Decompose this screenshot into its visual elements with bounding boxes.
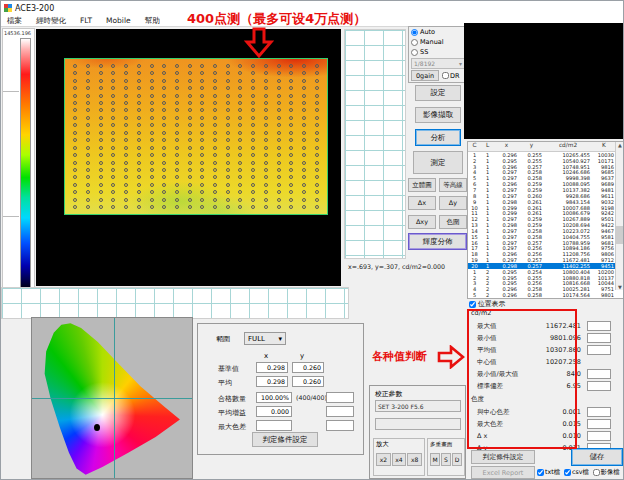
measurement-point[interactable] xyxy=(162,101,166,105)
measurement-point[interactable] xyxy=(162,108,166,112)
measurement-point[interactable] xyxy=(111,175,115,179)
measurement-point[interactable] xyxy=(150,94,154,98)
measurement-point[interactable] xyxy=(238,64,242,68)
measurement-point[interactable] xyxy=(111,131,115,135)
measurement-point[interactable] xyxy=(111,101,115,105)
measurement-point[interactable] xyxy=(188,94,192,98)
range-select[interactable]: FULL ▾ xyxy=(244,332,286,345)
measurement-point[interactable] xyxy=(289,79,293,83)
contour-button[interactable]: 等高線 xyxy=(439,178,467,192)
measurement-point[interactable] xyxy=(213,183,217,187)
measurement-point[interactable] xyxy=(213,131,217,135)
measurement-point[interactable] xyxy=(124,168,128,172)
measurement-point[interactable] xyxy=(124,205,128,209)
measurement-point[interactable] xyxy=(111,168,115,172)
measurement-point[interactable] xyxy=(200,153,204,157)
measurement-point[interactable] xyxy=(150,131,154,135)
measurement-point[interactable] xyxy=(251,138,255,142)
measurement-point[interactable] xyxy=(251,131,255,135)
measurement-point[interactable] xyxy=(150,123,154,127)
heatmap-viewport[interactable] xyxy=(36,29,341,286)
measurement-point[interactable] xyxy=(200,108,204,112)
measurement-point[interactable] xyxy=(137,94,141,98)
measurement-point[interactable] xyxy=(302,161,306,165)
measurement-point[interactable] xyxy=(111,183,115,187)
measurement-point[interactable] xyxy=(213,175,217,179)
position-display-checkbox[interactable] xyxy=(469,301,476,308)
measurement-point[interactable] xyxy=(251,175,255,179)
measurement-point[interactable] xyxy=(200,79,204,83)
measurement-point[interactable] xyxy=(251,146,255,150)
measurement-point[interactable] xyxy=(99,101,103,105)
measurement-point[interactable] xyxy=(264,205,268,209)
measurement-point[interactable] xyxy=(264,94,268,98)
measurement-point[interactable] xyxy=(302,198,306,202)
measurement-point[interactable] xyxy=(226,205,230,209)
capture-button[interactable]: 影像擷取 xyxy=(415,107,461,123)
measurement-point[interactable] xyxy=(289,86,293,90)
measurement-point[interactable] xyxy=(264,168,268,172)
measurement-point[interactable] xyxy=(150,198,154,202)
measurement-point[interactable] xyxy=(315,168,319,172)
measurement-point[interactable] xyxy=(162,86,166,90)
measurement-point[interactable] xyxy=(315,94,319,98)
measurement-point[interactable] xyxy=(86,79,90,83)
measurement-point[interactable] xyxy=(150,138,154,142)
position-display-row[interactable]: 位置表示 xyxy=(469,299,505,309)
dr-checkbox-row[interactable]: DR xyxy=(442,72,460,80)
measurement-point[interactable] xyxy=(111,146,115,150)
measurement-point[interactable] xyxy=(150,168,154,172)
measurement-point[interactable] xyxy=(73,79,77,83)
measurement-point[interactable] xyxy=(150,116,154,120)
measurement-point[interactable] xyxy=(86,153,90,157)
measurement-point[interactable] xyxy=(277,168,281,172)
col-header-k[interactable]: K xyxy=(592,142,616,151)
measurement-point[interactable] xyxy=(238,94,242,98)
measurement-point[interactable] xyxy=(277,71,281,75)
delta-y-button[interactable]: Δy xyxy=(439,196,467,210)
measurement-point[interactable] xyxy=(289,168,293,172)
measurement-point[interactable] xyxy=(124,161,128,165)
measurement-point[interactable] xyxy=(162,138,166,142)
measure-button[interactable]: 測定 xyxy=(413,151,463,174)
measurement-point[interactable] xyxy=(162,131,166,135)
measurement-point[interactable] xyxy=(200,190,204,194)
reference-y-field[interactable]: 0.260 xyxy=(292,362,324,373)
measurement-point[interactable] xyxy=(289,123,293,127)
delta-xy-button[interactable]: Δxy xyxy=(408,215,436,229)
measurement-point[interactable] xyxy=(264,146,268,150)
measurement-point[interactable] xyxy=(315,153,319,157)
measurement-point[interactable] xyxy=(277,123,281,127)
judgment-settings-button-footer[interactable]: 判定條件設定 xyxy=(471,450,535,464)
measurement-point[interactable] xyxy=(213,168,217,172)
measurement-point[interactable] xyxy=(315,183,319,187)
multi-screen-button[interactable]: S xyxy=(441,453,451,466)
measurement-point[interactable] xyxy=(200,131,204,135)
measurement-point[interactable] xyxy=(162,198,166,202)
measurement-point[interactable] xyxy=(238,146,242,150)
measurement-point[interactable] xyxy=(302,146,306,150)
measurement-point[interactable] xyxy=(124,101,128,105)
measurement-point[interactable] xyxy=(73,168,77,172)
measurement-point[interactable] xyxy=(137,138,141,142)
measurement-point[interactable] xyxy=(213,86,217,90)
measurement-point[interactable] xyxy=(302,205,306,209)
measurement-point[interactable] xyxy=(73,146,77,150)
measurement-point[interactable] xyxy=(124,138,128,142)
measurement-point[interactable] xyxy=(188,138,192,142)
measurement-point[interactable] xyxy=(213,71,217,75)
measurement-point[interactable] xyxy=(86,190,90,194)
measurement-point[interactable] xyxy=(251,183,255,187)
measurement-point[interactable] xyxy=(315,190,319,194)
measurement-point[interactable] xyxy=(137,86,141,90)
measurement-point[interactable] xyxy=(124,116,128,120)
measurement-point[interactable] xyxy=(175,168,179,172)
menu-item[interactable]: 幫助 xyxy=(145,16,160,26)
measurement-point[interactable] xyxy=(200,116,204,120)
measurement-point[interactable] xyxy=(124,131,128,135)
measurement-point[interactable] xyxy=(150,205,154,209)
measurement-point[interactable] xyxy=(302,190,306,194)
measurement-point[interactable] xyxy=(251,116,255,120)
measurement-point[interactable] xyxy=(315,101,319,105)
measurement-point[interactable] xyxy=(289,94,293,98)
